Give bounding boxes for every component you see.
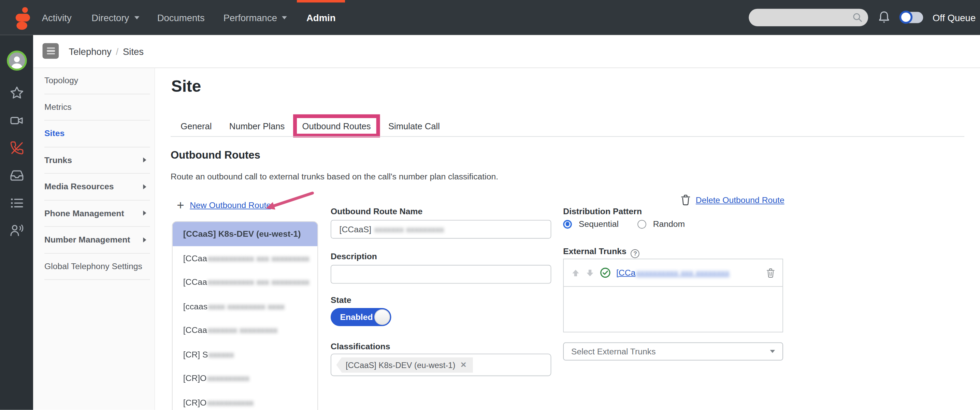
delete-outbound-route-link[interactable]: Delete Outbound Route — [563, 194, 784, 206]
trash-icon — [681, 194, 690, 206]
route-list-item[interactable]: [CR]Oxxxxxxxxxxx — [173, 391, 318, 410]
distribution-pattern-label: Distribution Pattern — [563, 207, 642, 216]
state-toggle-enabled[interactable]: Enabled — [331, 308, 391, 326]
description-input[interactable] — [331, 265, 551, 284]
sidebar-item-metrics[interactable]: Metrics — [45, 94, 150, 121]
chevron-right-icon — [143, 184, 146, 189]
tab-outbound-routes[interactable]: Outbound Routes — [302, 121, 371, 131]
sidebar-item-sites[interactable]: Sites — [45, 121, 150, 147]
state-label: State — [331, 296, 351, 305]
nav-item-admin[interactable]: Admin — [306, 0, 336, 35]
route-list-item[interactable]: [ccaasxxxx xxxxxxxxx xxxx — [173, 294, 318, 319]
list-icon[interactable] — [9, 195, 24, 210]
radio-sequential-label[interactable]: Sequential — [579, 219, 619, 229]
left-icon-rail — [0, 35, 33, 410]
nav-item-performance[interactable]: Performance — [223, 0, 287, 35]
redacted-text: xxxxxxxxxxx xxx xxxxxxxxx — [208, 278, 310, 287]
toggle-knob — [374, 309, 390, 325]
redacted-text: xxxx xxxxxxxxx xxxx — [208, 302, 285, 311]
sidebar-item-phone-management[interactable]: Phone Management — [45, 200, 150, 227]
external-trunks-list: [CCaxxxxxxxxxx xxx xxxxxxxx — [563, 259, 783, 332]
route-list-item-selected[interactable]: [CCaaS] K8s-DEV (eu-west-1) — [173, 222, 318, 246]
redacted-text: xxxxxx — [208, 350, 234, 359]
chevron-right-icon — [143, 157, 146, 163]
description-label: Description — [331, 252, 377, 261]
route-list-item[interactable]: [CCaaxxxxxxxxxxx xxx xxxxxxxxx — [173, 270, 318, 294]
top-navigation-bar: Activity Directory Documents Performance… — [0, 0, 980, 35]
toggle-knob — [899, 11, 912, 24]
redacted-text: xxxxxxxxxx — [207, 374, 250, 383]
move-up-icon[interactable] — [571, 269, 580, 277]
breadcrumb-bar: Telephony / Sites — [33, 35, 980, 68]
outbound-route-name-label: Outbound Route Name — [331, 207, 422, 216]
chevron-down-icon — [134, 16, 139, 19]
select-external-trunks-dropdown[interactable]: Select External Trunks — [563, 342, 783, 361]
agent-speaking-icon[interactable] — [9, 223, 24, 238]
global-search — [749, 9, 868, 26]
search-input[interactable] — [749, 9, 868, 26]
chevron-right-icon — [143, 237, 146, 243]
breadcrumb-section[interactable]: Telephony — [68, 46, 111, 57]
section-description: Route an outbound call to external trunk… — [170, 172, 498, 181]
nav-item-directory[interactable]: Directory — [91, 0, 139, 35]
genesys-logo-icon[interactable] — [8, 5, 35, 31]
primary-nav: Activity Directory Documents Performance… — [42, 0, 336, 35]
route-list-item[interactable]: [CCaaxxxxxxx xxxxxxxxx — [173, 318, 318, 342]
site-tabs: General Number Plans Outbound Routes Sim… — [180, 118, 440, 134]
sidebar-item-media-resources[interactable]: Media Resources — [45, 173, 150, 200]
help-icon[interactable]: ? — [631, 249, 640, 258]
sidebar-item-global-telephony-settings[interactable]: Global Telephony Settings — [45, 253, 150, 280]
distribution-pattern-radios: Sequential Random — [563, 219, 685, 229]
telephony-sidebar: Topology Metrics Sites Trunks Media Reso… — [33, 68, 155, 410]
radio-sequential[interactable] — [563, 220, 572, 229]
route-list-item[interactable]: [CR] Sxxxxxx — [173, 342, 318, 367]
chevron-down-icon — [770, 350, 775, 353]
radio-random[interactable] — [637, 220, 646, 229]
remove-tag-icon[interactable]: ✕ — [460, 361, 466, 369]
person-icon — [8, 54, 25, 70]
redacted-text: xxxxxxxxxx xxx xxxxxxxx — [636, 268, 729, 277]
nav-item-documents[interactable]: Documents — [157, 0, 205, 35]
favorites-star-icon[interactable] — [9, 86, 24, 101]
nav-item-activity[interactable]: Activity — [42, 0, 72, 35]
outbound-route-name-input[interactable]: [CCaaS] xxxxxxx xxxxxxxxx — [331, 220, 551, 239]
move-down-icon[interactable] — [585, 269, 594, 277]
breadcrumb-current: Sites — [123, 46, 144, 57]
radio-random-label[interactable]: Random — [653, 219, 685, 229]
sidebar-item-trunks[interactable]: Trunks — [45, 147, 150, 173]
plus-icon: + — [177, 199, 184, 210]
user-avatar[interactable] — [6, 51, 27, 71]
external-trunk-link[interactable]: [CCaxxxxxxxxxx xxx xxxxxxxx — [616, 268, 730, 277]
menu-hamburger-button[interactable] — [43, 43, 59, 59]
sidebar-item-topology[interactable]: Topology — [45, 68, 150, 94]
new-outbound-route-link[interactable]: + New Outbound Route — [177, 199, 271, 210]
redacted-text: xxxxxxx xxxxxxxxx — [374, 224, 444, 234]
outbound-routes-list: [CCaaS] K8s-DEV (eu-west-1) [CCaaxxxxxxx… — [172, 221, 318, 410]
redacted-text: xxxxxxxxxxx xxx xxxxxxxxx — [208, 253, 310, 263]
tab-general[interactable]: General — [180, 121, 212, 131]
topbar-right-controls: Off Queue — [749, 0, 975, 35]
tab-simulate-call[interactable]: Simulate Call — [388, 121, 440, 131]
search-icon — [852, 12, 863, 23]
remove-trunk-trash-icon[interactable] — [767, 268, 775, 278]
chevron-down-icon — [282, 16, 287, 19]
classifications-label: Classifications — [331, 342, 390, 351]
chevron-right-icon — [143, 211, 146, 216]
video-camera-icon[interactable] — [9, 113, 24, 128]
route-list-item[interactable]: [CCaaxxxxxxxxxxx xxx xxxxxxxxx — [173, 246, 318, 270]
tabs-divider — [170, 136, 964, 137]
route-list-item[interactable]: [CR]Oxxxxxxxxxx — [173, 366, 318, 391]
inbox-tray-icon[interactable] — [9, 168, 24, 183]
section-title: Outbound Routes — [170, 149, 260, 162]
status-ok-icon — [600, 267, 611, 278]
classifications-input[interactable]: [CCaaS] K8s-DEV (eu-west-1) ✕ — [331, 354, 551, 376]
phone-disabled-icon[interactable] — [9, 140, 24, 156]
notifications-bell-icon[interactable] — [878, 10, 891, 25]
breadcrumb-separator: / — [116, 46, 119, 57]
sidebar-item-number-management[interactable]: Number Management — [45, 227, 150, 253]
tab-number-plans[interactable]: Number Plans — [229, 121, 285, 131]
classification-tag: [CCaaS] K8s-DEV (eu-west-1) ✕ — [336, 357, 473, 373]
main-content: Site General Number Plans Outbound Route… — [170, 68, 965, 410]
queue-status-toggle[interactable] — [900, 12, 923, 23]
external-trunk-row: [CCaxxxxxxxxxx xxx xxxxxxxx — [564, 259, 783, 287]
